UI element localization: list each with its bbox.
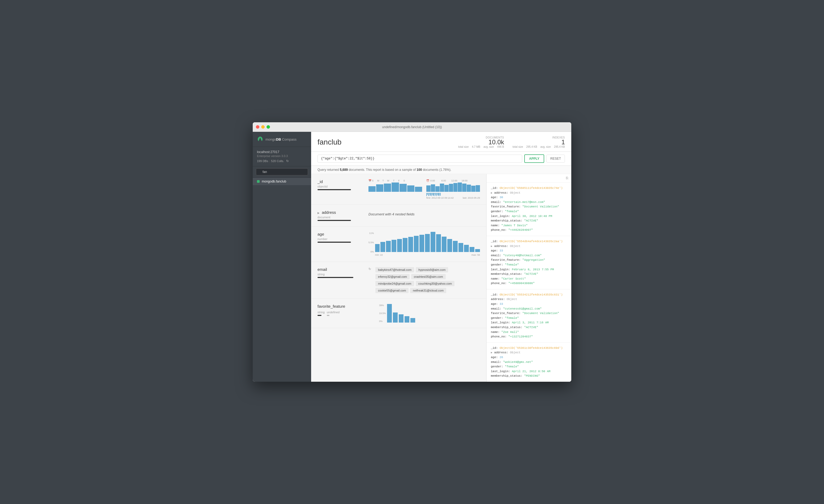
fav-y-wrap: 39% 19.5% 0% bbox=[379, 304, 480, 323]
doc2-email: email: "cutesy40@hotmail.com" bbox=[491, 253, 567, 258]
field-id-header: _id objectid 📅 bbox=[317, 179, 480, 199]
age-x-labels: min: 22 max: 56 bbox=[375, 254, 480, 256]
field-favorite-feature: favorite_feature string bbox=[311, 299, 486, 328]
time-label-0: 0:00 bbox=[430, 179, 435, 182]
doc1-name: name: "James T Davis" bbox=[491, 223, 567, 228]
expand-icon[interactable]: ▶ bbox=[317, 212, 320, 214]
time-bars bbox=[426, 182, 480, 192]
age-bar-9 bbox=[419, 235, 424, 252]
doc4-membership: membership_status: "PENDING" bbox=[491, 374, 567, 379]
id-ticks bbox=[426, 193, 480, 196]
window-title: undefined/mongodb.fanclub (Untitled (10)… bbox=[382, 125, 442, 129]
idx-total-label: total size bbox=[513, 145, 523, 148]
field-fav-type-group: string bbox=[317, 309, 325, 316]
field-age-bar bbox=[317, 242, 365, 243]
email-tags: babykins47@hotmail.com hypnosis9@aim.com… bbox=[375, 267, 480, 293]
field-email-name: email bbox=[317, 267, 365, 272]
field-email: email string ↻ babykins47@h bbox=[311, 262, 486, 299]
doc4-email: email: "wokie49@gmx.net" bbox=[491, 360, 567, 365]
time-bar bbox=[449, 184, 453, 192]
id-last-date: last: 2015-05-29 bbox=[463, 197, 480, 199]
age-bar-3 bbox=[386, 241, 391, 252]
email-tag-3: e4envy32@gmail.com bbox=[375, 274, 410, 279]
id-first-date: first: 2012-09-10 09:14:42 bbox=[426, 197, 454, 199]
doc4-login: last_login: April 21, 2012 8:50 AM bbox=[491, 369, 567, 374]
minimize-button[interactable] bbox=[261, 125, 265, 129]
id-chart-section: 📅 S M T W T F S bbox=[369, 179, 480, 199]
apply-button[interactable]: APPLY bbox=[524, 154, 544, 163]
field-age: age number 11% 5.5% bbox=[311, 227, 486, 262]
age-bar-8 bbox=[414, 236, 419, 252]
indexes-count: 1 bbox=[513, 139, 565, 145]
field-email-viz: ↻ babykins47@hotmail.com hypnosis9@aim.c… bbox=[369, 267, 480, 293]
field-address-type: document bbox=[317, 216, 365, 219]
sidebar: mongoDB Compass localhost:27017 Enterpri… bbox=[253, 132, 311, 382]
doc1-address: ▶ address: Object bbox=[491, 191, 567, 196]
doc2-id: _id: ObjectID('5554d64afe4dce143835c2aa'… bbox=[491, 239, 567, 244]
doc3-email: email: "cuteness91@gmail.com" bbox=[491, 306, 567, 311]
field-fav-type1: string bbox=[317, 310, 325, 314]
collection-title: fanclub bbox=[317, 138, 341, 146]
doc1-phone: phone_no: "+44628284097" bbox=[491, 228, 567, 233]
doc4-gender: gender: "female" bbox=[491, 365, 567, 369]
maximize-button[interactable] bbox=[267, 125, 270, 129]
doc1-id-val: ObjectID('55685111fe4dce143835c74e') bbox=[500, 186, 563, 190]
indexes-label: INDEXES bbox=[513, 136, 565, 139]
time-bar bbox=[440, 183, 444, 192]
document-panel: ⎘ _id: ObjectID('55685111fe4dce143835c74… bbox=[486, 174, 571, 382]
idx-avg-value: 295.4 KB bbox=[554, 145, 565, 148]
age-bar-13 bbox=[442, 237, 446, 252]
sidebar-item-fanclub[interactable]: mongodb.fanclub bbox=[253, 178, 311, 185]
feat-bar-2 bbox=[393, 312, 398, 323]
field-address-header: ▶ address document Document with 4 neste… bbox=[317, 210, 480, 221]
fav-y-labels: 39% 19.5% 0% bbox=[379, 304, 386, 323]
field-email-type: string bbox=[317, 273, 365, 276]
age-bar-2 bbox=[381, 242, 385, 252]
field-fav-type2: undefined bbox=[327, 310, 339, 314]
field-id-meta: _id objectid bbox=[317, 179, 365, 190]
doc3-gender: gender: "female" bbox=[491, 316, 567, 321]
age-bar-4 bbox=[392, 240, 396, 252]
search-input[interactable] bbox=[256, 168, 308, 175]
field-age-header: age number 11% 5.5% bbox=[317, 232, 480, 256]
refresh-icon[interactable]: ↻ bbox=[286, 159, 289, 163]
idx-total-value: 295.4 KB bbox=[526, 145, 537, 148]
age-bar-14 bbox=[447, 239, 452, 252]
copy-icon[interactable]: ⎘ bbox=[566, 176, 568, 180]
result-count: 5,689 bbox=[340, 168, 348, 172]
reset-button[interactable]: RESET bbox=[546, 155, 565, 163]
age-bar-16 bbox=[458, 243, 463, 252]
total-size-label: total size bbox=[458, 145, 469, 148]
traffic-lights bbox=[256, 125, 270, 129]
time-label-12: 12:00 bbox=[451, 179, 457, 182]
email-tag-1: babykins47@hotmail.com bbox=[375, 267, 414, 272]
doc-toolbar: ⎘ bbox=[487, 174, 571, 183]
email-tag-2: hypnosis9@aim.com bbox=[416, 267, 448, 272]
field-fav-name: favorite_feature bbox=[317, 304, 376, 308]
doc2-expand[interactable]: ▶ bbox=[491, 245, 493, 248]
field-address-viz: Document with 4 nested fields bbox=[369, 210, 480, 216]
day-label-m: M bbox=[377, 179, 379, 182]
indexes-sub: total size 295.4 KB avg. size 295.4 KB bbox=[513, 145, 565, 148]
doc1-expand[interactable]: ▶ bbox=[491, 192, 493, 195]
field-fav-bar1 bbox=[317, 315, 325, 316]
age-bar-11 bbox=[431, 232, 435, 252]
email-refresh-icon[interactable]: ↻ bbox=[369, 267, 371, 271]
close-button[interactable] bbox=[256, 125, 260, 129]
documents-count: 10.0k bbox=[458, 139, 504, 145]
doc3-address: address: Object bbox=[491, 297, 567, 302]
field-fav-meta: favorite_feature string bbox=[317, 304, 376, 316]
query-input[interactable] bbox=[317, 155, 522, 163]
feat-bar-3 bbox=[399, 314, 404, 323]
field-fav-viz: 39% 19.5% 0% bbox=[379, 304, 480, 323]
age-y-top: 11% bbox=[369, 232, 374, 235]
doc2-name: name: "Carter Scott" bbox=[491, 277, 567, 281]
time-bar bbox=[431, 184, 435, 192]
main-header: fanclub DOCUMENTS 10.0k total size 4.7 M… bbox=[311, 132, 571, 152]
sidebar-logo: mongoDB Compass bbox=[253, 132, 311, 147]
field-id-viz: 📅 S M T W T F S bbox=[369, 179, 480, 199]
doc-entry-4: _id: ObjectID('55361c38fe4dce143635c69d'… bbox=[487, 343, 571, 382]
feat-bar-1 bbox=[387, 304, 392, 323]
doc4-expand[interactable]: ▶ bbox=[491, 351, 493, 354]
day-bar bbox=[400, 184, 407, 192]
